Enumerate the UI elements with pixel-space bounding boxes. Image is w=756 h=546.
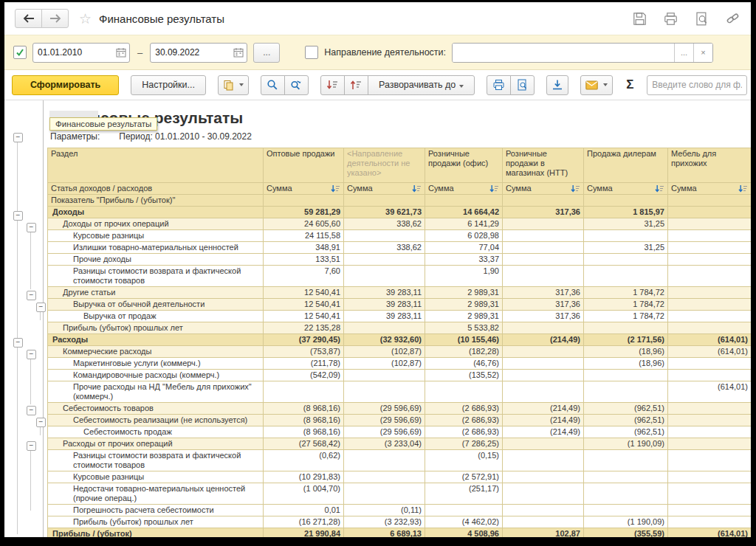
empty-header-cell[interactable]	[668, 195, 752, 207]
empty-header-cell[interactable]	[425, 195, 503, 207]
value-cell[interactable]	[584, 322, 668, 334]
value-cell[interactable]	[503, 346, 584, 358]
value-cell[interactable]: (2 171,56)	[584, 334, 668, 346]
value-cell[interactable]: (1 004,70)	[264, 483, 344, 505]
row-label-cell[interactable]: Доходы от прочих операций	[48, 218, 264, 230]
row-label-cell[interactable]: Разницы стоимости возврата и фактической…	[48, 450, 264, 471]
value-cell[interactable]	[668, 483, 752, 505]
value-cell[interactable]	[584, 505, 668, 516]
value-cell[interactable]: (962,51)	[584, 426, 668, 438]
find-next-button[interactable]	[284, 75, 309, 95]
collapse-group-button[interactable]: −	[27, 291, 36, 300]
value-cell[interactable]	[668, 287, 752, 299]
sum-header-cell[interactable]: Сумма	[425, 183, 503, 195]
value-cell[interactable]: (1 190,09)	[584, 438, 668, 450]
row-label-cell[interactable]: Прибыль (убыток) прошлых лет	[48, 516, 264, 528]
collapse-group-button[interactable]: −	[27, 223, 36, 232]
value-cell[interactable]	[503, 370, 584, 381]
filter-word-input[interactable]	[647, 75, 747, 95]
value-cell[interactable]	[503, 471, 584, 483]
value-cell[interactable]: (2 686,93)	[425, 415, 503, 426]
value-cell[interactable]: (614,01)	[668, 381, 752, 403]
row-label-cell[interactable]: Прочие доходы	[48, 254, 264, 266]
row-label-cell[interactable]: Выручка от обычной деятельности	[48, 299, 264, 311]
empty-header-cell[interactable]	[344, 195, 425, 207]
value-cell[interactable]	[344, 266, 425, 287]
value-cell[interactable]: (214,49)	[503, 426, 584, 438]
preview-report-button[interactable]	[510, 75, 535, 95]
value-cell[interactable]: (0,11)	[344, 505, 425, 516]
row-label-cell[interactable]: Командировочные расходы (коммерч.)	[48, 370, 264, 381]
sum-header-cell[interactable]: Сумма	[668, 183, 752, 195]
value-cell[interactable]	[668, 403, 752, 415]
value-cell[interactable]: (614,01)	[668, 334, 752, 346]
value-cell[interactable]: 0,01	[264, 505, 344, 516]
collapse-group-button[interactable]: −	[27, 441, 36, 451]
value-cell[interactable]: (18,96)	[584, 346, 668, 358]
row-label-cell[interactable]: Себестоимость товаров	[48, 403, 264, 415]
value-cell[interactable]: (135,52)	[425, 370, 503, 381]
row-label-cell[interactable]: Недостачи товарно-материальных ценностей…	[48, 483, 264, 505]
value-cell[interactable]	[668, 218, 752, 230]
empty-header-cell[interactable]	[503, 195, 584, 207]
value-cell[interactable]: 1 815,97	[584, 207, 668, 218]
value-cell[interactable]	[344, 471, 425, 483]
value-cell[interactable]: (8 968,16)	[264, 415, 344, 426]
value-cell[interactable]: (2 686,93)	[425, 426, 503, 438]
expand-to-button[interactable]: Разворачивать до	[368, 75, 475, 95]
value-cell[interactable]: (29 596,69)	[344, 415, 425, 426]
row-label-cell[interactable]: Маркетинговые услуги (коммерч.)	[48, 358, 264, 370]
settings-button[interactable]: Настройки...	[131, 75, 206, 95]
value-cell[interactable]: (214,49)	[503, 415, 584, 426]
value-cell[interactable]: 22 135,28	[264, 322, 344, 334]
value-cell[interactable]: (102,87)	[344, 346, 425, 358]
value-cell[interactable]	[668, 230, 752, 242]
value-cell[interactable]	[668, 242, 752, 254]
value-cell[interactable]: 6 689,13	[344, 528, 425, 538]
value-cell[interactable]	[503, 450, 584, 471]
value-cell[interactable]	[668, 254, 752, 266]
value-cell[interactable]: (962,51)	[584, 403, 668, 415]
value-cell[interactable]	[503, 516, 584, 528]
column-header-cell[interactable]: Продажа дилерам	[584, 148, 668, 183]
collapse-groups-button[interactable]	[320, 75, 345, 95]
report-variants-button[interactable]	[218, 75, 249, 95]
value-cell[interactable]: (3 233,04)	[344, 438, 425, 450]
value-cell[interactable]: (16 271,28)	[264, 516, 344, 528]
value-cell[interactable]: (3 232,93)	[344, 516, 425, 528]
value-cell[interactable]	[503, 505, 584, 516]
value-cell[interactable]: (0,15)	[425, 450, 503, 471]
value-cell[interactable]: (7 286,25)	[425, 438, 503, 450]
date-from-input[interactable]	[36, 46, 116, 58]
value-cell[interactable]: 24 115,58	[264, 230, 344, 242]
sort-icon[interactable]	[655, 184, 664, 193]
value-cell[interactable]: (29 596,69)	[344, 403, 425, 415]
sum-header-cell[interactable]: Сумма	[584, 183, 668, 195]
value-cell[interactable]	[668, 207, 752, 218]
value-cell[interactable]: (18,96)	[584, 358, 668, 370]
row-label-cell[interactable]: Доходы	[48, 207, 264, 218]
value-cell[interactable]	[503, 266, 584, 287]
value-cell[interactable]: 12 540,41	[264, 299, 344, 311]
value-cell[interactable]: 39 621,73	[344, 207, 425, 218]
value-cell[interactable]: 102,87	[503, 528, 584, 538]
value-cell[interactable]	[503, 242, 584, 254]
value-cell[interactable]: (211,78)	[264, 358, 344, 370]
value-cell[interactable]: (962,51)	[584, 415, 668, 426]
value-cell[interactable]	[668, 311, 752, 322]
value-cell[interactable]: (214,49)	[503, 334, 584, 346]
value-cell[interactable]: 39 283,11	[344, 299, 425, 311]
value-cell[interactable]: 77,04	[425, 242, 503, 254]
row-label-cell[interactable]: Себестоимость продаж	[48, 426, 264, 438]
get-link-button[interactable]	[724, 10, 740, 27]
value-cell[interactable]: 348,91	[264, 242, 344, 254]
value-cell[interactable]: (214,49)	[503, 403, 584, 415]
direction-input[interactable]	[453, 44, 674, 62]
print-preview-button[interactable]	[693, 10, 709, 27]
value-cell[interactable]: (8 968,16)	[264, 426, 344, 438]
collapse-group-button[interactable]: −	[27, 406, 36, 415]
column-header-cell[interactable]: Мебель для прихожих	[668, 148, 752, 183]
sum-header-cell[interactable]: Сумма	[503, 183, 584, 195]
value-cell[interactable]	[503, 438, 584, 450]
value-cell[interactable]: 12 540,41	[264, 287, 344, 299]
